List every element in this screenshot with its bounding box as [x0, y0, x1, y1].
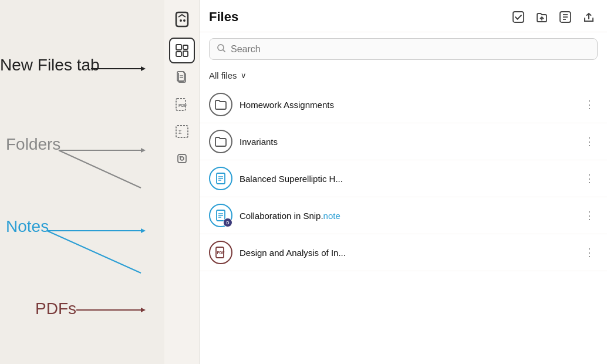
folder-icon-circle — [209, 130, 232, 153]
list-item[interactable]: Homework Assignments ⋮ — [200, 86, 607, 123]
folder-icon-circle — [209, 93, 232, 116]
svg-point-10 — [180, 19, 182, 22]
search-bar — [209, 38, 598, 60]
pdf-icon-circle: PDF — [209, 241, 232, 264]
files-tab-icon — [174, 43, 190, 58]
file-name: Invariants — [240, 137, 574, 147]
sidebar-settings[interactable] — [169, 146, 195, 171]
svg-text:PDF: PDF — [217, 251, 225, 255]
sidebar-files-tab[interactable] — [169, 38, 195, 63]
list-item[interactable]: D Collaboration in Snip.note ⋮ — [200, 197, 607, 234]
svg-rect-21 — [176, 126, 188, 137]
pdfs-label: PDFs — [35, 299, 76, 318]
svg-rect-14 — [176, 52, 181, 56]
more-options-button[interactable]: ⋮ — [581, 133, 598, 150]
list-item[interactable]: Balanced Superelliptic H... ⋮ — [200, 160, 607, 197]
svg-text:PDF: PDF — [178, 103, 187, 107]
main-panel: Files — [200, 0, 607, 364]
search-icon — [217, 43, 226, 55]
svg-rect-15 — [183, 51, 188, 56]
panel-title: Files — [209, 9, 503, 25]
all-files-label: All files — [209, 70, 237, 80]
select-all-button[interactable] — [510, 8, 527, 26]
svg-marker-1 — [141, 66, 146, 71]
svg-line-7 — [47, 231, 141, 273]
svg-rect-12 — [176, 45, 181, 50]
search-input[interactable] — [231, 44, 590, 55]
annotation-area: New Files tab Folders Notes PDFs — [0, 0, 164, 364]
upload-button[interactable] — [580, 8, 598, 26]
sidebar: PDF Σ — [164, 0, 200, 364]
avatar: D — [223, 218, 232, 227]
file-name: Collaboration in Snip.note — [240, 211, 574, 221]
search-input-wrapper[interactable] — [209, 38, 598, 60]
sidebar-document[interactable] — [169, 65, 195, 90]
sidebar-pdf[interactable]: PDF — [169, 92, 195, 117]
more-options-button[interactable]: ⋮ — [581, 207, 598, 224]
svg-line-32 — [223, 50, 225, 52]
new-files-tab-label: New Files tab — [0, 56, 100, 75]
svg-rect-26 — [513, 12, 524, 22]
note-extension: note — [323, 211, 340, 221]
svg-point-25 — [179, 156, 181, 158]
formula-icon: Σ — [174, 124, 190, 139]
svg-marker-3 — [141, 148, 146, 153]
more-options-button[interactable]: ⋮ — [581, 170, 598, 187]
more-options-button[interactable]: ⋮ — [581, 96, 598, 113]
sidebar-formula[interactable]: Σ — [169, 119, 195, 144]
file-name: Homework Assignments — [240, 100, 574, 110]
more-options-button[interactable]: ⋮ — [581, 244, 598, 261]
note-icon-circle: D — [209, 204, 232, 227]
file-name: Design and Analysis of In... — [240, 248, 574, 258]
svg-rect-24 — [178, 154, 186, 163]
note-icon-circle — [209, 167, 232, 190]
all-files-filter[interactable]: All files ∨ — [200, 66, 607, 86]
svg-line-4 — [59, 150, 141, 188]
app-logo[interactable] — [170, 7, 194, 32]
svg-point-11 — [183, 19, 186, 22]
list-item[interactable]: Invariants ⋮ — [200, 123, 607, 160]
gear-icon — [175, 151, 189, 166]
svg-marker-9 — [141, 308, 146, 312]
chevron-down-icon: ∨ — [241, 71, 247, 80]
export-button[interactable] — [557, 8, 574, 26]
svg-rect-13 — [183, 45, 188, 49]
panel-header: Files — [200, 0, 607, 32]
folders-label: Folders — [6, 135, 60, 154]
open-folder-button[interactable] — [533, 8, 551, 26]
document-icon — [175, 70, 189, 85]
notes-label: Notes — [6, 217, 49, 236]
header-actions — [510, 8, 598, 26]
file-list: Homework Assignments ⋮ Invariants ⋮ — [200, 86, 607, 364]
svg-text:Σ: Σ — [178, 129, 182, 135]
file-name: Balanced Superelliptic H... — [240, 174, 574, 184]
svg-marker-6 — [141, 228, 146, 233]
list-item[interactable]: PDF Design and Analysis of In... ⋮ — [200, 234, 607, 271]
pdf-sidebar-icon: PDF — [174, 97, 190, 112]
